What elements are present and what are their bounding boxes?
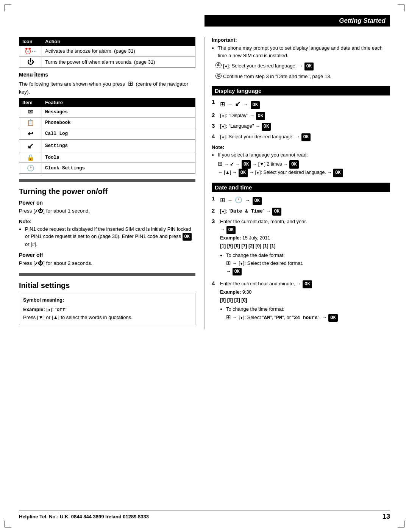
left-column: Icon Action ⏰··· Activates the snooze fo… — [19, 37, 204, 329]
power-on-notes: PIN1 code request is displayed if the in… — [19, 225, 195, 248]
alarm-table: Icon Action ⏰··· Activates the snooze fo… — [19, 37, 195, 68]
symbol-example: Example: [⬧]: "off" — [23, 306, 191, 314]
menu-icon-settings: ↙ — [19, 140, 42, 152]
power-off-text: Press [✗⏻] for about 2 seconds. — [19, 260, 195, 268]
clock-icon: 🕐 — [235, 197, 242, 203]
ok-badge: OK — [256, 112, 265, 120]
symbol-desc: Press [▼] or [▲] to select the words in … — [23, 314, 191, 322]
right-column: Important: The phone may prompt you to s… — [204, 37, 390, 329]
navigator-icon: ⊞ — [220, 101, 225, 107]
navigator-icon: ⊞ — [218, 160, 223, 167]
table-row: 🔒 Tools — [19, 152, 195, 163]
menu-icon-tools: 🔒 — [19, 152, 42, 163]
datetime-step-1: 1 ⊞ → 🕐 → OK — [212, 195, 390, 205]
corner-mark-tr — [398, 5, 404, 11]
display-step-2: 2 [⬧]: "Display" → OK — [212, 112, 390, 120]
display-step-4: 4 [⬧]: Select your desired language. → O… — [212, 133, 390, 141]
corner-mark-tl — [5, 5, 11, 11]
list-item: If you select a language you cannot read… — [212, 151, 390, 177]
getting-started-bar: Getting Started — [204, 15, 390, 27]
important-step-2: ② Continue from step 3 in "Date and time… — [215, 73, 390, 81]
important-label: Important: — [212, 37, 390, 43]
table-row: 🕐 Clock Settings — [19, 163, 195, 174]
alarm-icon-1: ⏰··· — [19, 46, 42, 56]
datetime-step4-bullets: To change the time format: ⊞ → [⬧]: Sele… — [220, 305, 338, 322]
menu-icon-calllog: ↩ — [19, 128, 42, 140]
ok-badge: OK — [304, 63, 314, 70]
corner-mark-br — [398, 521, 404, 527]
ok-badge: OK — [303, 280, 312, 288]
menu-items-heading: Menu items — [19, 72, 195, 78]
important-box: Important: The phone may prompt you to s… — [212, 37, 390, 81]
ok-badge: OK — [251, 101, 260, 109]
table-row: ✉ Messages — [19, 107, 195, 117]
symbol-box: Symbol meaning: Example: [⬧]: "off" Pres… — [19, 293, 195, 325]
power-section-title: Turning the power on/off — [19, 187, 195, 196]
date-time-heading: Date and time — [212, 183, 390, 192]
navigator-icon: ⊞ — [220, 197, 225, 203]
footer-page-number: 13 — [382, 513, 390, 521]
power-on-note-label: Note: — [19, 219, 195, 224]
navigator-icon: ⊞ — [226, 260, 231, 266]
datetime-step-3: 3 Enter the current date, month, and yea… — [212, 218, 390, 278]
display-note-label: Note: — [212, 144, 390, 150]
list-item: To change the date format: ⊞ → [⬧]: Sele… — [220, 252, 307, 275]
menu-items-desc: The following items are shown when you p… — [19, 79, 195, 96]
menu-col-item: Item — [19, 99, 42, 107]
step-circle-1: ① — [215, 62, 222, 68]
section-separator-1 — [19, 179, 195, 182]
menu-items-table: Item Feature ✉ Messages 📋 Phonebook ↩ — [19, 98, 195, 174]
menu-feature-messages: Messages — [42, 107, 195, 117]
ok-badge: OK — [262, 123, 271, 131]
power-off-heading: Power off — [19, 252, 195, 258]
menu-feature-tools: Tools — [42, 152, 195, 163]
power-on-text: Press [✗⏻] for about 1 second. — [19, 207, 195, 215]
important-steps: ① [⬧]: Select your desired language. → O… — [215, 62, 390, 81]
table-row: 📋 Phonebook — [19, 117, 195, 128]
alarm-col-action: Action — [42, 38, 195, 46]
step-circle-2: ② — [215, 73, 222, 79]
list-item: PIN1 code request is displayed if the in… — [19, 225, 195, 248]
ok-badge: OK — [301, 133, 311, 141]
menu-icon-clock: 🕐 — [19, 163, 42, 174]
display-notes: If you select a language you cannot read… — [212, 151, 390, 177]
table-row: ↩ Call Log — [19, 128, 195, 140]
alarm-action-2: Turns the power off when alarm sounds. (… — [42, 56, 195, 68]
menu-feature-calllog: Call Log — [42, 128, 195, 140]
navigator-icon: ⊞ — [128, 80, 133, 87]
menu-col-feature: Feature — [42, 99, 195, 107]
alarm-action-1: Activates the snooze for alarm. (page 31… — [42, 46, 195, 56]
menu-icon-messages: ✉ — [19, 107, 42, 117]
main-content: Icon Action ⏰··· Activates the snooze fo… — [19, 37, 390, 329]
display-step-3: 3 [⬧]: "Language" → OK — [212, 122, 390, 131]
ok-badge: OK — [333, 169, 342, 177]
ok-badge: OK — [253, 197, 262, 205]
navigator-icon: ⊞ — [226, 314, 231, 320]
table-row: ↙ Settings — [19, 140, 195, 152]
power-on-heading: Power on — [19, 200, 195, 206]
ok-badge: OK — [226, 226, 236, 234]
display-step-1: 1 ⊞ → ↙ → OK — [212, 99, 390, 110]
ok-badge: OK — [183, 233, 192, 241]
menu-feature-clock: Clock Settings — [42, 163, 195, 174]
initial-settings-title: Initial settings — [19, 281, 195, 290]
menu-feature-settings: Settings — [42, 140, 195, 152]
footer: Helpline Tel. No.: U.K. 0844 844 3899 Ir… — [19, 510, 390, 521]
alarm-icon-2: ⏻ — [19, 56, 42, 68]
ok-badge: OK — [272, 208, 281, 216]
ok-badge: OK — [233, 268, 242, 275]
table-row: ⏻ Turns the power off when alarm sounds.… — [19, 56, 195, 68]
list-item: The phone may prompt you to set display … — [212, 44, 390, 59]
section-separator-2 — [19, 273, 195, 276]
datetime-step-2: 2 [⬧]: "Date & Time" → OK — [212, 207, 390, 216]
datetime-step3-bullets: To change the date format: ⊞ → [⬧]: Sele… — [220, 252, 307, 275]
ok-badge: OK — [239, 169, 248, 177]
important-step-1: ① [⬧]: Select your desired language. → O… — [215, 62, 390, 70]
important-bullets: The phone may prompt you to set display … — [212, 44, 390, 59]
menu-icon-phonebook: 📋 — [19, 117, 42, 128]
settings-icon: ↙ — [235, 100, 240, 108]
date-time-section: Date and time 1 ⊞ → 🕐 → OK 2 [⬧]: "Date … — [212, 183, 390, 324]
ok-badge: OK — [328, 314, 337, 322]
ok-badge: OK — [242, 160, 251, 169]
page: Getting Started Icon Action ⏰··· Activat… — [0, 0, 409, 532]
